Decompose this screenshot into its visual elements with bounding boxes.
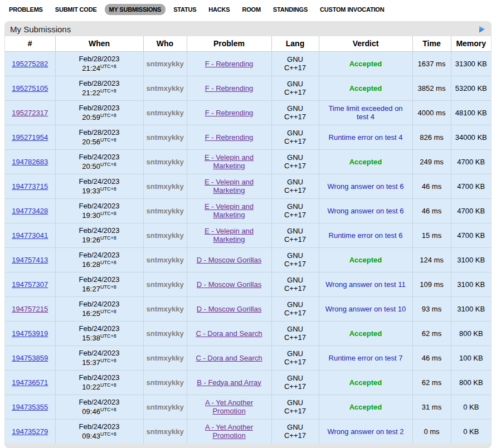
problem-link[interactable]: F - Rebrending [205, 84, 254, 92]
table-row: 194736571 Feb/24/2023 10:22UTC+8 sntmxyk… [5, 370, 491, 395]
problem-link[interactable]: E - Velepin and Marketing [205, 178, 254, 194]
problem-link[interactable]: A - Yet Another Promotion [205, 398, 253, 415]
nav-item-room[interactable]: ROOM [237, 4, 265, 15]
submission-memory: 4700 KB [451, 223, 491, 247]
submission-id-link[interactable]: 195275105 [12, 84, 48, 92]
submission-id-link[interactable]: 194782683 [12, 158, 48, 166]
table-row: 195271954 Feb/28/2023 20:56UTC+8 sntmxyk… [5, 125, 491, 149]
submission-time: 93 ms [412, 296, 451, 321]
nav-item-custom-invocation[interactable]: CUSTOM INVOCATION [315, 4, 388, 15]
submitter-link[interactable]: sntmxykky [147, 182, 184, 191]
submission-when: Feb/24/2023 16:25UTC+8 [55, 296, 143, 321]
nav-item-my-submissions[interactable]: MY SUBMISSIONS [105, 4, 166, 15]
nav-item-hacks[interactable]: HACKS [204, 4, 234, 15]
submission-id-link[interactable]: 194757307 [12, 280, 48, 289]
problem-link[interactable]: C - Dora and Search [196, 329, 262, 338]
table-row: 194773715 Feb/24/2023 19:33UTC+8 sntmxyk… [5, 174, 491, 198]
submission-id-link[interactable]: 194773715 [12, 182, 48, 191]
column-header-verdict: Verdict [319, 36, 412, 51]
problem-link[interactable]: D - Moscow Gorillas [197, 280, 261, 289]
submission-time: 109 ms [412, 272, 451, 296]
column-header-time: Time [412, 36, 451, 51]
nav-item-problems[interactable]: PROBLEMS [4, 4, 47, 15]
column-header-lang: Lang [271, 36, 319, 51]
submission-id-link[interactable]: 195271954 [12, 133, 48, 142]
submitter-link[interactable]: sntmxykky [147, 158, 184, 166]
verdict-text: Runtime error on test 6 [329, 231, 403, 240]
submission-lang: GNUC++17 [271, 419, 319, 444]
problem-link[interactable]: E - Velepin and Marketing [205, 153, 254, 170]
submitter-link[interactable]: sntmxykky [147, 256, 184, 264]
collapse-arrow-icon[interactable] [478, 25, 486, 33]
submitter-link[interactable]: sntmxykky [147, 427, 184, 436]
verdict-text: Accepted [349, 84, 382, 92]
submission-time: 124 ms [412, 247, 451, 272]
submission-lang: GNUC++17 [271, 51, 319, 76]
problem-link[interactable]: E - Velepin and Marketing [205, 202, 254, 219]
submission-lang: GNUC++17 [271, 100, 319, 125]
verdict-text: Runtime error on test 4 [329, 133, 403, 142]
submitter-link[interactable]: sntmxykky [147, 354, 184, 362]
submission-id-link[interactable]: 194735279 [12, 427, 48, 436]
column-header-who: Who [143, 36, 187, 51]
submission-id-link[interactable]: 194736571 [12, 378, 48, 387]
panel-footer [5, 444, 491, 447]
submission-memory: 53200 KB [451, 76, 491, 100]
submission-id-link[interactable]: 194753919 [12, 329, 48, 338]
problem-link[interactable]: F - Rebrending [205, 60, 254, 68]
problem-link[interactable]: B - Fedya and Array [197, 378, 261, 387]
nav-item-status[interactable]: STATUS [169, 4, 201, 15]
nav-item-submit-code[interactable]: SUBMIT CODE [51, 4, 101, 15]
submission-id-link[interactable]: 194757215 [12, 305, 48, 313]
submission-when: Feb/24/2023 09:46UTC+8 [55, 395, 143, 419]
table-row: 194757413 Feb/24/2023 16:28UTC+8 sntmxyk… [5, 247, 491, 272]
verdict-text: Accepted [349, 60, 382, 68]
verdict-text: Accepted [349, 329, 382, 338]
submission-when: Feb/24/2023 19:30UTC+8 [55, 198, 143, 223]
submission-lang: GNUC++17 [271, 149, 319, 174]
verdict-text: Wrong answer on test 2 [327, 427, 403, 436]
submitter-link[interactable]: sntmxykky [147, 207, 184, 215]
submission-when: Feb/28/2023 21:22UTC+8 [55, 76, 143, 100]
problem-link[interactable]: D - Moscow Gorillas [197, 256, 261, 264]
problem-link[interactable]: C - Dora and Search [196, 354, 262, 362]
submission-memory: 800 KB [451, 321, 491, 345]
column-header-memory: Memory [451, 36, 491, 51]
submission-lang: GNUC++17 [271, 198, 319, 223]
submitter-link[interactable]: sntmxykky [147, 60, 184, 68]
problem-link[interactable]: E - Velepin and Marketing [205, 227, 254, 244]
submission-when: Feb/28/2023 20:59UTC+8 [55, 100, 143, 125]
table-row: 194735279 Feb/24/2023 09:43UTC+8 sntmxyk… [5, 419, 491, 444]
submission-when: Feb/24/2023 10:22UTC+8 [55, 370, 143, 395]
submission-when: Feb/24/2023 16:28UTC+8 [55, 247, 143, 272]
submitter-link[interactable]: sntmxykky [147, 84, 184, 92]
problem-link[interactable]: A - Yet Another Promotion [205, 423, 253, 440]
submission-time: 15 ms [412, 223, 451, 247]
nav-item-standings[interactable]: STANDINGS [269, 4, 312, 15]
submission-memory: 4700 KB [451, 174, 491, 198]
problem-link[interactable]: F - Rebrending [205, 133, 254, 142]
submitter-link[interactable]: sntmxykky [147, 378, 184, 387]
problem-link[interactable]: D - Moscow Gorillas [197, 305, 261, 313]
submission-id-link[interactable]: 194735355 [12, 403, 48, 411]
submitter-link[interactable]: sntmxykky [147, 280, 184, 289]
submission-id-link[interactable]: 194753859 [12, 354, 48, 362]
submission-id-link[interactable]: 194773041 [12, 231, 48, 240]
submission-lang: GNUC++17 [271, 321, 319, 345]
submitter-link[interactable]: sntmxykky [147, 305, 184, 313]
table-row: 195272317 Feb/28/2023 20:59UTC+8 sntmxyk… [5, 100, 491, 125]
submission-time: 62 ms [412, 370, 451, 395]
problem-link[interactable]: F - Rebrending [205, 109, 254, 117]
submission-id-link[interactable]: 195272317 [12, 109, 48, 117]
submitter-link[interactable]: sntmxykky [147, 231, 184, 240]
submitter-link[interactable]: sntmxykky [147, 133, 184, 142]
submission-id-link[interactable]: 194773428 [12, 207, 48, 215]
table-row: 194773041 Feb/24/2023 19:26UTC+8 sntmxyk… [5, 223, 491, 247]
submission-id-link[interactable]: 194757413 [12, 256, 48, 264]
submission-id-link[interactable]: 195275282 [12, 60, 48, 68]
submission-when: Feb/28/2023 21:24UTC+8 [55, 51, 143, 76]
submitter-link[interactable]: sntmxykky [147, 329, 184, 338]
submitter-link[interactable]: sntmxykky [147, 109, 184, 117]
submitter-link[interactable]: sntmxykky [147, 403, 184, 411]
submission-lang: GNUC++17 [271, 125, 319, 149]
